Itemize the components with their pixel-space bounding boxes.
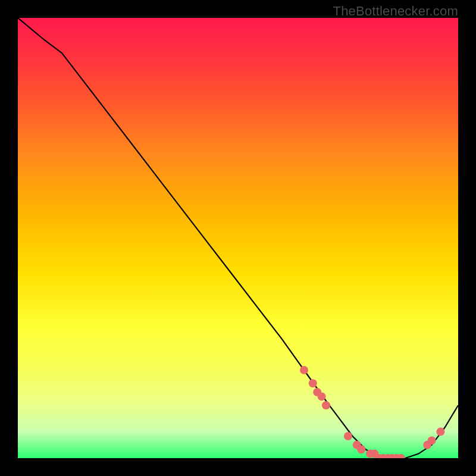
data-point bbox=[357, 445, 365, 453]
data-point bbox=[436, 428, 444, 436]
curve-layer bbox=[18, 18, 458, 458]
chart-frame: TheBottlenecker.com bbox=[0, 0, 476, 476]
data-point bbox=[428, 436, 436, 444]
data-point bbox=[318, 392, 326, 400]
data-point bbox=[322, 401, 330, 409]
data-point bbox=[344, 432, 352, 440]
bottleneck-curve bbox=[18, 18, 458, 458]
marker-group bbox=[300, 366, 444, 458]
data-point bbox=[309, 379, 317, 387]
data-point bbox=[300, 366, 308, 374]
plot-area bbox=[18, 18, 458, 458]
brand-watermark: TheBottlenecker.com bbox=[333, 4, 458, 19]
